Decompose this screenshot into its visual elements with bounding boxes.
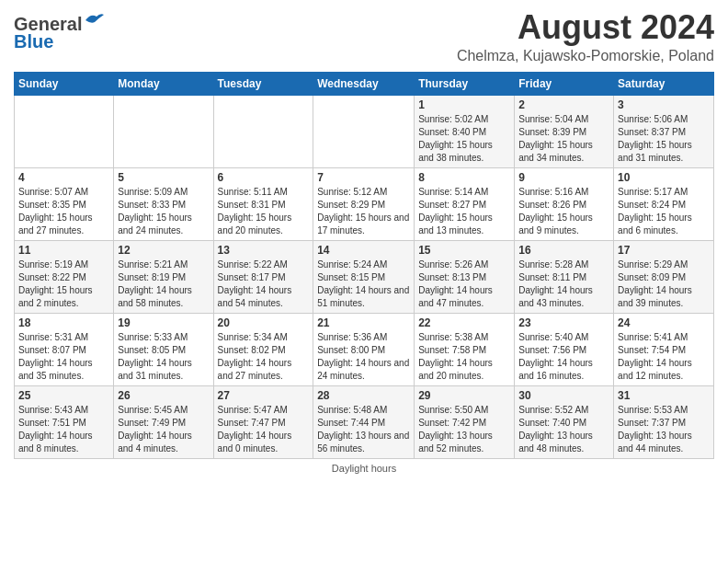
calendar-cell: 22Sunrise: 5:38 AM Sunset: 7:58 PM Dayli… — [415, 313, 515, 385]
day-info: Sunrise: 5:38 AM Sunset: 7:58 PM Dayligh… — [418, 331, 510, 383]
day-number: 14 — [317, 244, 410, 257]
calendar-week-row: 25Sunrise: 5:43 AM Sunset: 7:51 PM Dayli… — [15, 385, 714, 458]
day-number: 23 — [518, 316, 609, 329]
day-number: 21 — [317, 316, 410, 329]
title-block: August 2024 Chelmza, Kujawsko-Pomorskie,… — [457, 9, 714, 64]
calendar-cell: 9Sunrise: 5:16 AM Sunset: 8:26 PM Daylig… — [515, 167, 614, 240]
main-title: August 2024 — [457, 9, 714, 46]
day-number: 3 — [618, 98, 710, 111]
calendar-cell: 7Sunrise: 5:12 AM Sunset: 8:29 PM Daylig… — [313, 167, 415, 240]
calendar-cell: 24Sunrise: 5:41 AM Sunset: 7:54 PM Dayli… — [614, 313, 714, 385]
calendar-cell: 18Sunrise: 5:31 AM Sunset: 8:07 PM Dayli… — [15, 313, 114, 385]
day-info: Sunrise: 5:26 AM Sunset: 8:13 PM Dayligh… — [418, 259, 510, 310]
day-number: 19 — [118, 316, 209, 329]
day-number: 28 — [317, 389, 410, 402]
calendar-cell — [213, 95, 313, 167]
day-number: 20 — [218, 316, 310, 329]
calendar-cell: 14Sunrise: 5:24 AM Sunset: 8:15 PM Dayli… — [313, 240, 415, 313]
calendar-cell — [313, 95, 415, 167]
calendar-cell: 2Sunrise: 5:04 AM Sunset: 8:39 PM Daylig… — [515, 95, 614, 167]
calendar-cell: 31Sunrise: 5:53 AM Sunset: 7:37 PM Dayli… — [614, 385, 714, 458]
calendar-cell: 4Sunrise: 5:07 AM Sunset: 8:35 PM Daylig… — [15, 167, 114, 240]
day-info: Sunrise: 5:24 AM Sunset: 8:15 PM Dayligh… — [317, 259, 410, 310]
calendar-week-row: 4Sunrise: 5:07 AM Sunset: 8:35 PM Daylig… — [15, 167, 714, 240]
day-number: 16 — [518, 244, 609, 257]
day-of-week-header: Sunday — [15, 72, 114, 95]
day-number: 6 — [218, 171, 310, 184]
calendar-cell: 11Sunrise: 5:19 AM Sunset: 8:22 PM Dayli… — [15, 240, 114, 313]
day-info: Sunrise: 5:43 AM Sunset: 7:51 PM Dayligh… — [18, 404, 109, 455]
calendar-cell: 15Sunrise: 5:26 AM Sunset: 8:13 PM Dayli… — [415, 240, 515, 313]
day-info: Sunrise: 5:14 AM Sunset: 8:27 PM Dayligh… — [418, 186, 510, 237]
day-of-week-header: Thursday — [415, 72, 515, 95]
calendar-cell: 25Sunrise: 5:43 AM Sunset: 7:51 PM Dayli… — [15, 385, 114, 458]
calendar-header: SundayMondayTuesdayWednesdayThursdayFrid… — [15, 72, 714, 95]
day-number: 13 — [218, 244, 310, 257]
day-number: 25 — [18, 389, 109, 402]
day-number: 4 — [18, 171, 109, 184]
day-number: 8 — [418, 171, 510, 184]
calendar-cell: 20Sunrise: 5:34 AM Sunset: 8:02 PM Dayli… — [213, 313, 313, 385]
calendar-cell: 13Sunrise: 5:22 AM Sunset: 8:17 PM Dayli… — [213, 240, 313, 313]
day-number: 2 — [518, 98, 609, 111]
calendar-cell: 6Sunrise: 5:11 AM Sunset: 8:31 PM Daylig… — [213, 167, 313, 240]
footer: Daylight hours — [14, 463, 714, 474]
subtitle: Chelmza, Kujawsko-Pomorskie, Poland — [457, 48, 714, 64]
calendar-cell: 8Sunrise: 5:14 AM Sunset: 8:27 PM Daylig… — [415, 167, 515, 240]
days-of-week-row: SundayMondayTuesdayWednesdayThursdayFrid… — [15, 72, 714, 95]
day-number: 22 — [418, 316, 510, 329]
day-info: Sunrise: 5:11 AM Sunset: 8:31 PM Dayligh… — [218, 186, 310, 237]
page-container: General Blue August 2024 Chelmza, Kujaws… — [0, 0, 728, 478]
day-info: Sunrise: 5:28 AM Sunset: 8:11 PM Dayligh… — [518, 259, 609, 310]
day-info: Sunrise: 5:02 AM Sunset: 8:40 PM Dayligh… — [418, 113, 510, 165]
calendar-cell — [15, 95, 114, 167]
calendar-cell: 10Sunrise: 5:17 AM Sunset: 8:24 PM Dayli… — [614, 167, 714, 240]
calendar-cell: 16Sunrise: 5:28 AM Sunset: 8:11 PM Dayli… — [515, 240, 614, 313]
day-number: 1 — [418, 98, 510, 111]
calendar-cell: 27Sunrise: 5:47 AM Sunset: 7:47 PM Dayli… — [213, 385, 313, 458]
day-info: Sunrise: 5:41 AM Sunset: 7:54 PM Dayligh… — [618, 331, 710, 383]
day-number: 31 — [618, 389, 710, 402]
day-info: Sunrise: 5:34 AM Sunset: 8:02 PM Dayligh… — [218, 331, 310, 383]
calendar-week-row: 1Sunrise: 5:02 AM Sunset: 8:40 PM Daylig… — [15, 95, 714, 167]
day-info: Sunrise: 5:29 AM Sunset: 8:09 PM Dayligh… — [618, 259, 710, 310]
daylight-hours-label: Daylight hours — [332, 463, 396, 474]
day-info: Sunrise: 5:09 AM Sunset: 8:33 PM Dayligh… — [118, 186, 209, 237]
logo: General Blue — [14, 14, 104, 52]
day-info: Sunrise: 5:40 AM Sunset: 7:56 PM Dayligh… — [518, 331, 609, 383]
calendar-cell: 5Sunrise: 5:09 AM Sunset: 8:33 PM Daylig… — [114, 167, 213, 240]
day-of-week-header: Wednesday — [313, 72, 415, 95]
day-info: Sunrise: 5:31 AM Sunset: 8:07 PM Dayligh… — [18, 331, 109, 383]
day-info: Sunrise: 5:48 AM Sunset: 7:44 PM Dayligh… — [317, 404, 410, 455]
day-number: 24 — [618, 316, 710, 329]
calendar-cell: 23Sunrise: 5:40 AM Sunset: 7:56 PM Dayli… — [515, 313, 614, 385]
day-number: 9 — [518, 171, 609, 184]
day-of-week-header: Tuesday — [213, 72, 313, 95]
day-number: 27 — [218, 389, 310, 402]
calendar-week-row: 18Sunrise: 5:31 AM Sunset: 8:07 PM Dayli… — [15, 313, 714, 385]
header: General Blue August 2024 Chelmza, Kujaws… — [14, 9, 714, 64]
calendar-cell: 29Sunrise: 5:50 AM Sunset: 7:42 PM Dayli… — [415, 385, 515, 458]
logo-blue-text: Blue — [14, 31, 53, 52]
day-info: Sunrise: 5:07 AM Sunset: 8:35 PM Dayligh… — [18, 186, 109, 237]
day-of-week-header: Saturday — [614, 72, 714, 95]
day-info: Sunrise: 5:52 AM Sunset: 7:40 PM Dayligh… — [518, 404, 609, 455]
calendar-table: SundayMondayTuesdayWednesdayThursdayFrid… — [14, 72, 714, 459]
day-info: Sunrise: 5:16 AM Sunset: 8:26 PM Dayligh… — [518, 186, 609, 237]
day-number: 30 — [518, 389, 609, 402]
calendar-cell: 19Sunrise: 5:33 AM Sunset: 8:05 PM Dayli… — [114, 313, 213, 385]
day-info: Sunrise: 5:17 AM Sunset: 8:24 PM Dayligh… — [618, 186, 710, 237]
day-number: 15 — [418, 244, 510, 257]
day-info: Sunrise: 5:33 AM Sunset: 8:05 PM Dayligh… — [118, 331, 209, 383]
day-info: Sunrise: 5:19 AM Sunset: 8:22 PM Dayligh… — [18, 259, 109, 310]
day-info: Sunrise: 5:22 AM Sunset: 8:17 PM Dayligh… — [218, 259, 310, 310]
day-of-week-header: Friday — [515, 72, 614, 95]
calendar-cell: 1Sunrise: 5:02 AM Sunset: 8:40 PM Daylig… — [415, 95, 515, 167]
day-number: 26 — [118, 389, 209, 402]
day-of-week-header: Monday — [114, 72, 213, 95]
calendar-cell: 28Sunrise: 5:48 AM Sunset: 7:44 PM Dayli… — [313, 385, 415, 458]
logo-bird-icon — [84, 11, 104, 29]
day-info: Sunrise: 5:06 AM Sunset: 8:37 PM Dayligh… — [618, 113, 710, 165]
day-number: 12 — [118, 244, 209, 257]
calendar-body: 1Sunrise: 5:02 AM Sunset: 8:40 PM Daylig… — [15, 95, 714, 458]
